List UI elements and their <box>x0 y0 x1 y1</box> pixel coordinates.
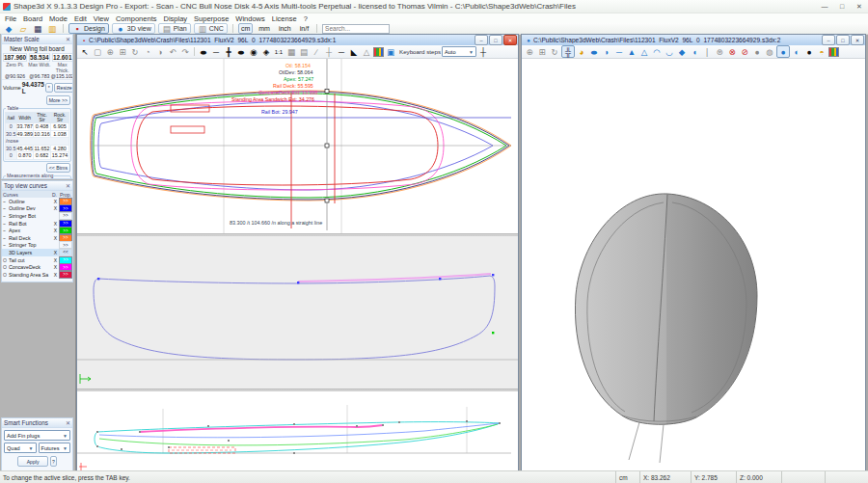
profile-view-canvas[interactable] <box>77 391 518 472</box>
new-board-icon[interactable]: ◆ <box>3 23 14 34</box>
undo-icon[interactable]: ↶ <box>167 46 178 57</box>
top-view-canvas[interactable]: Otl: 58.154 OtlDev: 58.064 Apex: 57.247 … <box>77 59 518 233</box>
menu-view[interactable]: View <box>94 14 109 23</box>
close-icon[interactable]: ✕ <box>66 36 70 42</box>
close-icon[interactable]: ✕ <box>66 419 70 426</box>
design-mode-button[interactable]: ▪ Design <box>68 23 109 34</box>
child-maximize-button[interactable]: □ <box>836 35 850 45</box>
close-button[interactable]: ✕ <box>851 0 868 13</box>
dark-render-icon[interactable]: ● <box>803 46 815 57</box>
plan-button[interactable]: ▤ Plan <box>158 23 191 34</box>
menu-file[interactable]: File <box>5 14 16 23</box>
plug-brand-select[interactable]: Futures ▼ <box>39 443 71 453</box>
striped-render-icon[interactable]: ◓ <box>816 46 827 57</box>
thickness-value[interactable]: 12.601 <box>52 53 73 62</box>
menu-license[interactable]: License <box>272 14 297 23</box>
child-close-button[interactable]: ✕ <box>851 35 864 45</box>
rotate-globe-icon[interactable]: ⊛ <box>714 46 725 57</box>
unit-inf[interactable]: in/f <box>297 23 312 34</box>
keyboard-steps-select[interactable]: Auto ▼ <box>442 46 476 57</box>
export-icon[interactable]: ▥ <box>46 23 58 34</box>
width-value[interactable]: 58.534 <box>29 53 50 62</box>
half-render-icon[interactable]: ◐ <box>791 46 802 57</box>
triangle-icon[interactable]: △ <box>361 46 372 57</box>
scale-1-1-icon[interactable]: 1:1 <box>273 46 285 57</box>
panel-icon[interactable]: ▣ <box>385 46 396 57</box>
length-value[interactable]: 187.960 <box>3 53 27 62</box>
view-nose-icon[interactable]: ▲ <box>626 46 637 57</box>
menu-superpose[interactable]: Superpose <box>194 14 229 23</box>
child-minimize-button[interactable]: – <box>475 35 488 45</box>
shaded-render-icon[interactable]: ● <box>776 45 790 58</box>
rotate-tool-icon[interactable]: ↻ <box>129 46 141 57</box>
view-angle-icon[interactable]: ◖ <box>689 46 700 57</box>
maximize-button[interactable]: □ <box>833 0 851 13</box>
diagonal-icon[interactable]: ∕ <box>311 46 322 57</box>
slice-view-canvas[interactable] <box>77 236 518 389</box>
view-perspective-icon[interactable]: ◠ <box>651 46 663 57</box>
unit-mm[interactable]: mm <box>256 23 273 34</box>
move-point-icon[interactable]: ┼ <box>477 46 489 57</box>
menu-mode[interactable]: Mode <box>49 14 68 23</box>
wireframe-icon[interactable]: ◍ <box>764 46 775 57</box>
curve-color-swatch[interactable]: >> <box>59 271 72 279</box>
redo-icon[interactable]: ↷ <box>179 46 191 57</box>
pan-view-icon[interactable]: ╬ <box>561 45 575 58</box>
menu-board[interactable]: Board <box>23 14 42 23</box>
fin-icon[interactable]: ◣ <box>348 46 360 57</box>
baseline-icon[interactable]: ─ <box>336 46 347 57</box>
view-side-icon[interactable]: ─ <box>613 46 625 57</box>
action-select[interactable]: Add Fin plugs ▼ <box>4 430 70 441</box>
cnc-button[interactable]: ▥ CNC <box>194 23 228 34</box>
btms-button[interactable]: << Btms <box>46 163 70 173</box>
close-icon[interactable]: ✕ <box>66 182 70 189</box>
apply-button[interactable]: Apply <box>17 456 48 467</box>
menu-edit[interactable]: Edit <box>74 14 87 23</box>
circle-tool-icon[interactable]: ◔ <box>142 46 153 57</box>
open-file-icon[interactable]: ▱ <box>17 23 29 34</box>
star-button[interactable]: * <box>45 83 53 93</box>
grid-icon[interactable]: ▦ <box>285 46 297 57</box>
child-close-button[interactable]: ✕ <box>503 35 517 45</box>
axes-icon[interactable]: ┼ <box>323 46 335 57</box>
circle-tool2-icon[interactable]: ◑ <box>154 46 166 57</box>
menu-display[interactable]: Display <box>163 14 187 23</box>
minimize-button[interactable]: — <box>816 0 833 13</box>
outline-view-icon[interactable]: ● <box>194 46 213 57</box>
color-layers-icon[interactable]: ▩ <box>828 47 839 57</box>
zoom-in-icon[interactable]: ⊕ <box>524 46 535 57</box>
gray-render-icon[interactable]: ● <box>751 46 763 57</box>
menu-windows[interactable]: Windows <box>235 14 264 23</box>
resize-button[interactable]: Resize <box>54 83 73 93</box>
zoom-window-icon[interactable]: ⊞ <box>117 46 128 57</box>
plug-type-select[interactable]: Quad ▼ <box>4 443 37 453</box>
menu-help[interactable]: ? <box>304 14 308 23</box>
view-iso-icon[interactable]: ◆ <box>676 46 688 57</box>
rotate-view-icon[interactable]: ↻ <box>549 46 560 57</box>
zoom-in-icon[interactable]: ⊕ <box>104 46 116 57</box>
view-bottom-icon[interactable]: ● <box>584 46 604 57</box>
view-tail-icon[interactable]: △ <box>638 46 650 57</box>
help-button[interactable]: ? <box>50 456 57 467</box>
combined-view-icon[interactable]: ◈ <box>260 46 272 57</box>
curve-row-standing-area[interactable]: O Standing Area Sa X >> <box>2 271 72 279</box>
child-minimize-button[interactable]: – <box>822 35 835 45</box>
view-perspective2-icon[interactable]: ◡ <box>664 46 675 57</box>
menu-components[interactable]: Components <box>116 14 157 23</box>
unit-cm[interactable]: cm <box>238 23 253 34</box>
no-texture-icon[interactable]: ⊘ <box>739 46 750 57</box>
3d-view-button[interactable]: ● 3D view <box>112 23 155 34</box>
thickness-view-icon[interactable]: ● <box>231 46 251 57</box>
3d-viewport[interactable] <box>522 59 865 470</box>
search-input[interactable] <box>322 24 390 34</box>
child-maximize-button[interactable]: □ <box>489 35 502 45</box>
color-layers-icon[interactable]: ▩ <box>373 47 384 57</box>
save-icon[interactable]: ▦ <box>32 23 43 34</box>
unit-inch[interactable]: inch <box>276 23 294 34</box>
zoom-window-icon[interactable]: ⊞ <box>536 46 548 57</box>
marquee-tool-icon[interactable]: ▢ <box>92 46 103 57</box>
select-tool-icon[interactable]: ↖ <box>79 46 91 57</box>
more-button[interactable]: More >> <box>46 95 70 105</box>
no-render-icon[interactable]: ⊗ <box>726 46 738 57</box>
guides-icon[interactable]: ▤ <box>298 46 310 57</box>
